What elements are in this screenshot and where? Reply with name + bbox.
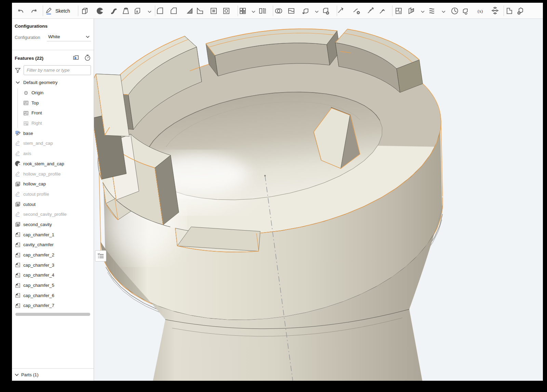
delete-part-button[interactable]: [321, 6, 330, 15]
feature-tree: Default geometryOriginTopFrontRightbases…: [12, 78, 94, 368]
revolve-button[interactable]: [95, 6, 104, 15]
in-context-icon: [505, 6, 514, 15]
filter-input[interactable]: Filter by name or type: [24, 65, 91, 75]
chamfer-icon: [15, 303, 21, 309]
parts-title: Parts (1): [21, 372, 39, 377]
feature-item-stem-and-cap[interactable]: stem_and_cap: [15, 138, 94, 149]
chamfer-button[interactable]: [169, 6, 178, 15]
feature-item-rook-stem-and-cap[interactable]: rook_stem_and_cap: [15, 159, 94, 169]
instances-button[interactable]: [491, 6, 499, 15]
redo-button[interactable]: [30, 6, 39, 15]
replace-face-button[interactable]: [366, 6, 375, 15]
dropdown-caret[interactable]: [421, 9, 425, 15]
chevron-down-icon[interactable]: [15, 80, 21, 86]
feature-group-default-geometry[interactable]: Default geometry: [15, 78, 94, 88]
split-icon: [287, 6, 296, 15]
feature-item-second-cavity-profile[interactable]: second_cavity_profile: [15, 209, 94, 220]
sketch-button[interactable]: Sketch: [44, 6, 70, 15]
split-button[interactable]: [287, 6, 296, 15]
fold-icon: [407, 6, 416, 15]
feature-item-cap-chamfer-1[interactable]: cap_chamfer_1: [15, 229, 94, 240]
rib-button[interactable]: [196, 6, 204, 15]
linear-pattern-button[interactable]: [238, 6, 247, 15]
feature-item-cap-chamfer-7[interactable]: cap_chamfer_7: [15, 300, 94, 311]
sketch-grid-icon: [15, 130, 21, 136]
revolve-icon: [15, 160, 21, 167]
filter-row: Filter by name or type: [12, 65, 94, 78]
export-button[interactable]: [461, 6, 470, 15]
dropdown-caret[interactable]: [315, 9, 319, 15]
linear-pattern-icon: [238, 6, 247, 15]
hole-button[interactable]: [222, 6, 231, 15]
toolbar-separator: [78, 5, 78, 16]
transform-button[interactable]: [302, 6, 310, 15]
feature-item-cap-chamfer-4[interactable]: cap_chamfer_4: [15, 270, 94, 280]
feature-item-cap-chamfer-6[interactable]: cap_chamfer_6: [15, 290, 94, 300]
parts-section[interactable]: Parts (1): [12, 368, 94, 381]
sweep-button[interactable]: [110, 6, 119, 15]
chamfer-icon: [15, 232, 21, 238]
feature-item-cap-chamfer-2[interactable]: cap_chamfer_2: [15, 250, 94, 260]
features-header: Features (22): [12, 50, 94, 65]
feature-item-cutout-profile[interactable]: cutout profile: [15, 189, 94, 199]
extrude-remove-icon: [15, 181, 21, 187]
configuration-select[interactable]: White: [47, 33, 91, 41]
variable-button[interactable]: (x): [477, 6, 485, 15]
loft-button[interactable]: [121, 6, 130, 15]
feature-item-base[interactable]: base: [15, 128, 94, 138]
move-face-button[interactable]: [336, 6, 345, 15]
sketch-icon: [15, 171, 21, 177]
dropdown-caret[interactable]: [251, 9, 256, 15]
feature-item-hollow-cap-profile[interactable]: hollow_cap_profile: [15, 169, 94, 179]
feature-list-flyout-button[interactable]: [95, 250, 106, 262]
dropdown-caret[interactable]: [147, 9, 152, 15]
helix-button[interactable]: [427, 6, 436, 15]
in-context-button[interactable]: [505, 6, 514, 15]
shell-icon: [209, 6, 218, 15]
rollback-button[interactable]: [450, 6, 459, 15]
delete-face-button[interactable]: [352, 6, 361, 15]
viewport-3d[interactable]: [94, 19, 543, 381]
instances-icon: [491, 6, 499, 15]
chamfer-icon: [15, 292, 21, 298]
plane-icon: [23, 100, 29, 106]
boolean-button[interactable]: [274, 6, 283, 15]
insert-folder-icon[interactable]: [72, 55, 80, 62]
undo-button[interactable]: [16, 6, 25, 15]
tree-indent-line: [17, 88, 18, 128]
offset-surface-button[interactable]: [378, 6, 387, 15]
boolean-icon: [274, 6, 283, 15]
variable-icon: (x): [477, 6, 485, 15]
horizontal-scrollbar[interactable]: [15, 313, 90, 316]
feature-item-axis[interactable]: axis: [15, 149, 94, 159]
mirror-button[interactable]: [258, 6, 267, 15]
delete-model-button[interactable]: [516, 6, 525, 15]
draft-button[interactable]: [185, 6, 194, 15]
feature-item-second-cavity[interactable]: second_cavity: [15, 220, 94, 230]
feature-item-hollow-cap[interactable]: hollow_cap: [15, 179, 94, 189]
rollback-history-icon[interactable]: [84, 54, 91, 62]
dropdown-caret[interactable]: [441, 9, 446, 15]
filter-icon[interactable]: [15, 67, 21, 73]
feature-item-cap-chamfer-5[interactable]: cap_chamfer_5: [15, 280, 94, 291]
draft-icon: [185, 6, 194, 15]
feature-item-right[interactable]: Right: [15, 118, 94, 128]
feature-item-front[interactable]: Front: [15, 108, 94, 118]
shell-button[interactable]: [209, 6, 218, 15]
rollback-icon: [450, 6, 459, 15]
rook-model: [94, 19, 543, 381]
feature-item-top[interactable]: Top: [15, 98, 94, 108]
sketch-icon: [15, 151, 21, 157]
extrude-button[interactable]: [80, 6, 89, 15]
surface-plane-button[interactable]: [394, 6, 403, 15]
fillet-button[interactable]: [156, 6, 164, 15]
feature-item-cutout[interactable]: cutout: [15, 199, 94, 209]
loft-icon: [121, 6, 130, 15]
thicken-button[interactable]: [133, 6, 142, 15]
feature-item-cap-chamfer-3[interactable]: cap_chamfer_3: [15, 260, 94, 270]
fold-button[interactable]: [407, 6, 416, 15]
feature-item-cavity-chamfer[interactable]: cavity_chamfer: [15, 240, 94, 250]
feature-item-origin[interactable]: Origin: [15, 88, 94, 98]
move-face-icon: [336, 6, 345, 15]
chamfer-icon: [169, 6, 178, 15]
